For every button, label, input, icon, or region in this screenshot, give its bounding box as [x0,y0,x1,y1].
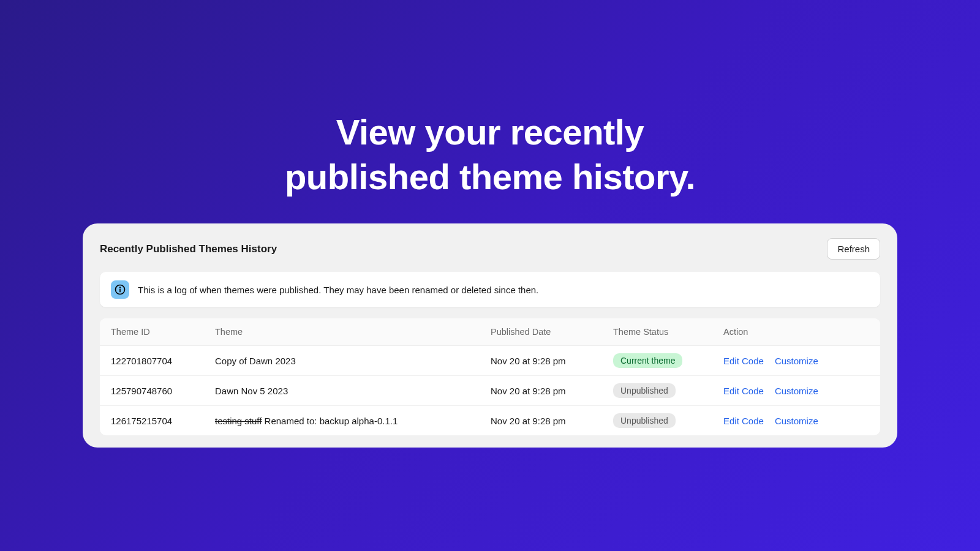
cell-theme-id: 125790748760 [111,386,215,396]
cell-theme: Copy of Dawn 2023 [215,356,491,366]
status-badge: Current theme [613,353,682,368]
customize-link[interactable]: Customize [775,416,818,426]
info-text: This is a log of when themes were publis… [138,285,538,295]
hero-title: View your recently published theme histo… [0,110,980,199]
cell-actions: Edit Code Customize [723,356,869,366]
hero-line2: published theme history. [0,155,980,200]
theme-rename: Renamed to: backup alpha-0.1.1 [262,416,398,426]
table-header-row: Theme ID Theme Published Date Theme Stat… [100,318,880,346]
customize-link[interactable]: Customize [775,356,818,366]
cell-theme: testing stuff Renamed to: backup alpha-0… [215,416,491,426]
themes-table: Theme ID Theme Published Date Theme Stat… [100,318,880,435]
history-card: Recently Published Themes History Refres… [83,223,897,448]
customize-link[interactable]: Customize [775,386,818,396]
status-badge: Unpublished [613,383,676,398]
refresh-button[interactable]: Refresh [827,238,880,260]
info-banner: This is a log of when themes were publis… [100,272,880,307]
table-row: 122701807704 Copy of Dawn 2023 Nov 20 at… [100,346,880,376]
th-action: Action [723,327,869,337]
hero-line1: View your recently [0,110,980,155]
edit-code-link[interactable]: Edit Code [723,356,764,366]
cell-actions: Edit Code Customize [723,416,869,426]
cell-date: Nov 20 at 9:28 pm [491,386,613,396]
card-title: Recently Published Themes History [100,243,277,255]
th-theme-status: Theme Status [613,327,723,337]
th-published-date: Published Date [491,327,613,337]
cell-theme-id: 122701807704 [111,356,215,366]
cell-status: Unpublished [613,383,723,398]
cell-date: Nov 20 at 9:28 pm [491,416,613,426]
info-icon [111,280,129,299]
cell-status: Unpublished [613,413,723,428]
cell-theme: Dawn Nov 5 2023 [215,386,491,396]
edit-code-link[interactable]: Edit Code [723,416,764,426]
cell-theme-id: 126175215704 [111,416,215,426]
table-row: 126175215704 testing stuff Renamed to: b… [100,406,880,435]
cell-status: Current theme [613,353,723,368]
status-badge: Unpublished [613,413,676,428]
theme-name: Dawn Nov 5 2023 [215,386,288,396]
table-row: 125790748760 Dawn Nov 5 2023 Nov 20 at 9… [100,376,880,406]
theme-name-old: testing stuff [215,416,262,426]
th-theme-id: Theme ID [111,327,215,337]
th-theme: Theme [215,327,491,337]
edit-code-link[interactable]: Edit Code [723,386,764,396]
card-header: Recently Published Themes History Refres… [100,238,880,260]
cell-actions: Edit Code Customize [723,386,869,396]
cell-date: Nov 20 at 9:28 pm [491,356,613,366]
theme-name: Copy of Dawn 2023 [215,356,296,366]
